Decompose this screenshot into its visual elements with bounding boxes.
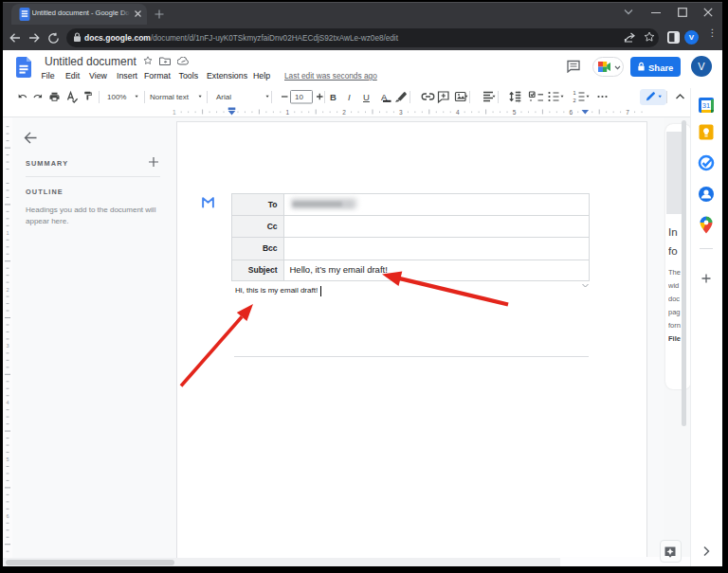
svg-text:1: 1 <box>573 90 576 96</box>
svg-text:7: 7 <box>626 109 629 116</box>
svg-text:3: 3 <box>399 109 403 116</box>
svg-text:1: 1 <box>285 109 289 116</box>
svg-text:5: 5 <box>513 109 517 116</box>
svg-text:3: 3 <box>6 343 9 349</box>
svg-text:1: 1 <box>6 230 9 236</box>
svg-text:6: 6 <box>6 513 9 519</box>
svg-text:2: 2 <box>573 98 576 103</box>
svg-text:6: 6 <box>569 109 573 116</box>
svg-text:4: 4 <box>6 400 9 405</box>
svg-text:5: 5 <box>6 457 9 462</box>
svg-text:2: 2 <box>342 109 346 116</box>
svg-text:2: 2 <box>6 287 9 293</box>
svg-text:4: 4 <box>456 109 460 116</box>
svg-text:1: 1 <box>173 109 176 116</box>
svg-text:31: 31 <box>702 101 710 110</box>
